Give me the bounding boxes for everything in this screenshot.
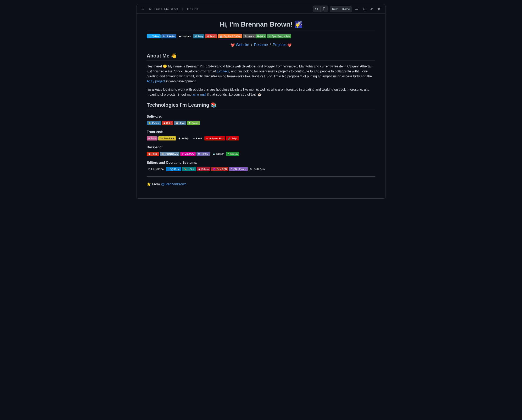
delete-icon[interactable] [376,6,382,12]
badge-label: GraphQL [185,153,194,155]
badge-icon: ◉ [198,168,200,170]
badge-jekyll[interactable]: 🧪Jekyll [226,136,239,140]
badge-email[interactable]: MEmail [205,34,217,38]
badge-gnu-emacs[interactable]: EGNU Emacs [229,167,248,171]
footer: ⭐ From @BrennanBrown [147,182,375,187]
badge-icon: ⟨⟩ [168,168,169,170]
octocat-icon: 🐙 [230,43,235,47]
badge-label: Twitter [152,35,159,38]
badge-twitter[interactable]: 🐦Twitter [147,34,161,38]
badge-graphql[interactable]: ◈GraphQL [180,152,196,156]
website-link[interactable]: Website [236,43,249,47]
badge-label: PostgreSQL [165,153,178,155]
badge-gnu-bash[interactable]: $_GNU Bash [249,167,266,171]
badge-label: Python [152,122,159,124]
badge-icon: 😈 [213,168,216,170]
badge-open-source-fan[interactable]: ⊙Open Source Fan [267,34,291,38]
software-heading: Software: [147,115,375,118]
badge-java[interactable]: ☕Java [174,121,186,125]
badge-label: Email [210,35,215,38]
octocat-icon: 🐙 [287,43,292,47]
badge-label: Redis [152,153,157,155]
raw-blame-group: Raw Blame [330,6,352,12]
badge-icon: 🧪 [228,137,231,140]
badge-icon: H [198,153,200,155]
badge-icon: ◈ [182,153,184,155]
badge-javascript[interactable]: JSJavaScript [158,136,176,140]
badge-label: GNU Emacs [233,168,246,170]
resume-link[interactable]: Resume [254,43,268,47]
badge-icon: ⚛ [193,137,195,140]
badge-heroku[interactable]: HHeroku [196,152,210,156]
copy-icon[interactable] [361,6,367,12]
about-paragraph-2: I'm always looking to work with people t… [147,87,375,97]
toolbar-left: 63 lines (44 sloc) | 4.97 KB [140,6,198,12]
badge-debian[interactable]: ◉Debian [197,167,210,171]
code-view-button[interactable] [313,6,321,12]
email-link[interactable]: an e-mail [192,93,206,96]
footer-handle-link[interactable]: @BrennanBrown [161,182,186,187]
badge-icon: M [207,35,209,38]
badge-label: Free BSD [217,168,227,170]
edit-icon[interactable] [369,6,375,12]
divider [147,176,375,177]
badge-icon: ▣ [148,153,150,155]
badge-icon: ✿ [189,122,191,124]
badge-sass[interactable]: ●Sass [147,136,157,140]
footer-from: From [152,182,160,187]
badge-ruby[interactable]: ◆Ruby [162,121,173,125]
badge-label: NGINX [230,153,238,155]
badge-icon: ⬢ [178,137,181,140]
badge-medium[interactable]: ●●Medium [177,34,192,38]
tech-heading: Technologies I'm Learning 📚 [147,102,375,110]
badge-postgresql[interactable]: 🐘PostgreSQL [160,152,179,156]
badge-intellij-idea[interactable]: IJIntelliJ IDEA [147,167,165,171]
badge-free-bsd[interactable]: 😈Free BSD [211,167,228,171]
badge-linkedin[interactable]: inLinkedIn [161,34,176,38]
raw-button[interactable]: Raw [330,7,340,12]
social-badges: 🐦TwitterinLinkedIn●●MediumⓌBlogMEmail☕Bu… [147,34,375,38]
badge-label: Java [180,122,184,124]
badge-label: LinkedIn [166,35,175,38]
badge-redis[interactable]: ▣Redis [147,152,159,156]
a11y-link[interactable]: A11y project [147,79,165,83]
badge-icon: N [228,153,230,155]
projects-link[interactable]: Projects [273,43,286,47]
badge-blog[interactable]: ⓌBlog [193,34,204,38]
badge-label: Heroku [201,153,208,155]
badge-icon: ● [148,137,150,140]
page-title: Hi, I'm Brennan Brown! 🌠 [147,20,375,31]
backend-heading: Back-end: [147,146,375,149]
list-icon[interactable] [140,6,146,12]
frontend-badges: ●SassJSJavaScript⬢Nodejs⚛React▬Ruby on R… [147,136,375,140]
badge-ruby-on-rails[interactable]: ▬Ruby on Rails [204,136,225,140]
about-paragraph-1: Hey there! 😄 My name is Brennan. I'm a 2… [147,64,375,84]
nav-links: 🐙 Website / Resume / Projects 🐙 [147,43,375,47]
line-count: 63 lines (44 sloc) [149,8,178,11]
badge-spring[interactable]: ✿Spring [187,121,200,125]
badge-label: Nodejs [182,137,189,140]
badge-latex[interactable]: 🪶LaTeX [182,167,196,171]
desktop-icon[interactable] [354,6,360,12]
badge-docker[interactable]: 🐋Docker [211,152,225,156]
badge-react[interactable]: ⚛React [191,136,204,140]
blame-button[interactable]: Blame [340,7,352,12]
badge-buy-me-a-coffee[interactable]: ☕Buy Me A Coffee [218,34,242,38]
file-view-button[interactable] [321,6,328,12]
badge-icon: 🐘 [161,153,164,155]
badge-python[interactable]: 🐍Python [147,121,161,125]
badge-nginx[interactable]: NNGINX [226,152,239,156]
file-stats: 63 lines (44 sloc) | 4.97 KB [149,8,198,11]
badge-pronouns[interactable]: PronounsHe/Him [243,34,266,38]
badge-label: Medium [183,35,191,38]
badge-label: LaTeX [188,168,194,170]
evolveu-link[interactable]: EvolveU [217,70,229,73]
badge-label: Ruby [166,122,172,124]
badge-nodejs[interactable]: ⬢Nodejs [177,136,190,140]
badge-vs-code[interactable]: ⟨⟩VS Code [166,167,181,171]
backend-badges: ▣Redis🐘PostgreSQL◈GraphQLHHeroku🐋DockerN… [147,152,375,156]
badge-icon: ●● [179,35,182,38]
badge-label: Buy Me A Coffee [224,35,241,38]
badge-icon: 🐍 [148,122,151,124]
badge-icon: ☕ [176,122,179,124]
